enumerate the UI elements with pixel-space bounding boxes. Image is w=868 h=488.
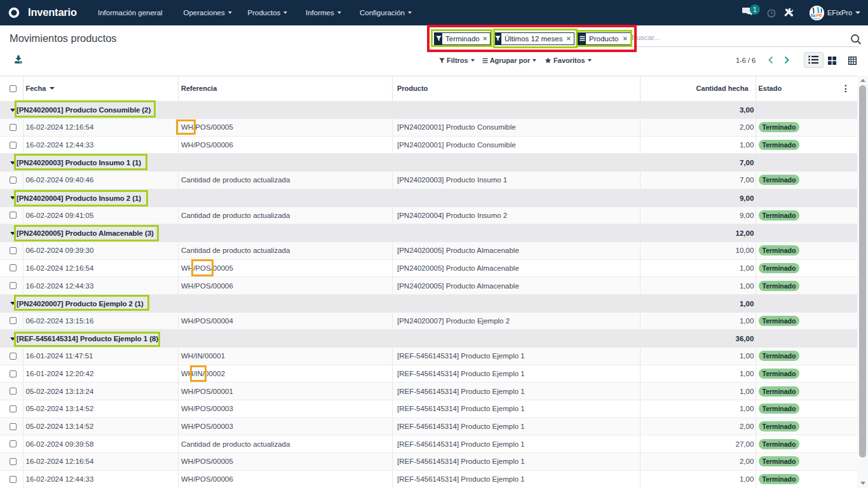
svg-text:fix: fix [811, 13, 816, 18]
svg-text:PR: PR [817, 13, 822, 18]
